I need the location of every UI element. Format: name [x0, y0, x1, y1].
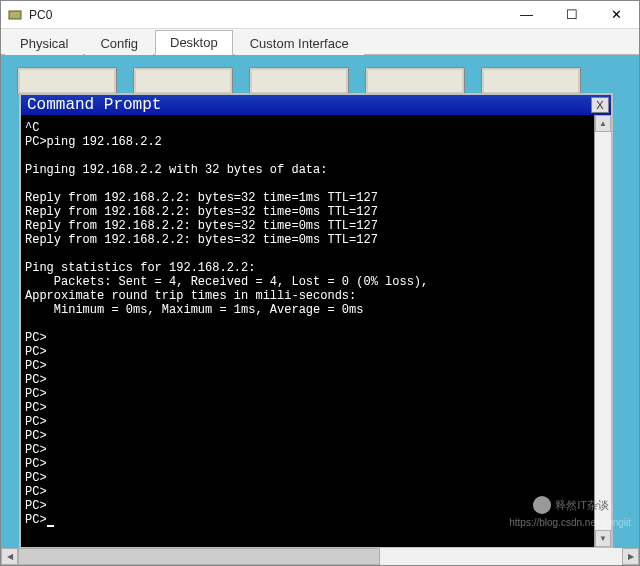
tab-config[interactable]: Config [85, 31, 153, 55]
tab-desktop[interactable]: Desktop [155, 30, 233, 55]
vertical-scrollbar[interactable]: ▲ ▼ [594, 115, 611, 547]
scroll-track[interactable] [18, 548, 622, 565]
desktop-app-icon[interactable] [365, 67, 465, 95]
scroll-up-button[interactable]: ▲ [595, 115, 611, 132]
tab-bar: Physical Config Desktop Custom Interface [1, 29, 639, 55]
tab-physical[interactable]: Physical [5, 31, 83, 55]
desktop-app-icon[interactable] [249, 67, 349, 95]
tab-custom-interface[interactable]: Custom Interface [235, 31, 364, 55]
command-prompt-body: ^C PC>ping 192.168.2.2 Pinging 192.168.2… [21, 115, 611, 547]
scroll-left-button[interactable]: ◀ [1, 548, 18, 565]
horizontal-scrollbar[interactable]: ◀ ▶ [1, 548, 639, 565]
app-window: PC0 — ☐ ✕ Physical Config Desktop Custom… [0, 0, 640, 566]
desktop-app-icon[interactable] [481, 67, 581, 95]
scroll-thumb[interactable] [18, 548, 380, 565]
close-button[interactable]: ✕ [594, 1, 639, 28]
command-prompt-window: Command Prompt X ^C PC>ping 192.168.2.2 … [19, 93, 613, 548]
svg-rect-1 [11, 13, 19, 17]
terminal-output[interactable]: ^C PC>ping 192.168.2.2 Pinging 192.168.2… [21, 115, 594, 547]
titlebar: PC0 — ☐ ✕ [1, 1, 639, 29]
scroll-down-button[interactable]: ▼ [595, 530, 611, 547]
command-prompt-close-button[interactable]: X [591, 97, 609, 113]
app-icon [7, 7, 23, 23]
minimize-button[interactable]: — [504, 1, 549, 28]
maximize-button[interactable]: ☐ [549, 1, 594, 28]
window-controls: — ☐ ✕ [504, 1, 639, 28]
desktop-app-icon[interactable] [133, 67, 233, 95]
command-prompt-titlebar[interactable]: Command Prompt X [21, 95, 611, 115]
window-title: PC0 [29, 8, 504, 22]
desktop-app-icon[interactable] [17, 67, 117, 95]
command-prompt-title: Command Prompt [23, 96, 591, 114]
desktop-area: Command Prompt X ^C PC>ping 192.168.2.2 … [1, 55, 639, 548]
scroll-right-button[interactable]: ▶ [622, 548, 639, 565]
